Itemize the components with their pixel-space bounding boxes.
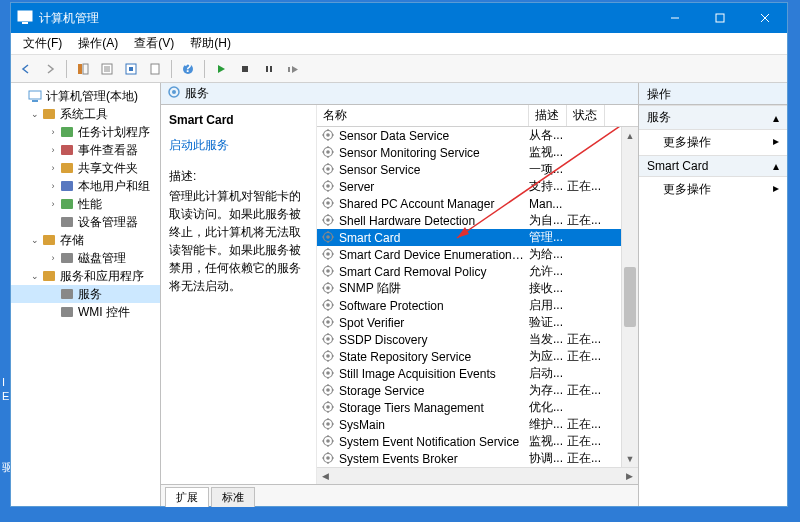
svg-rect-20 (29, 91, 41, 99)
service-row[interactable]: System Events Broker协调...正在... (317, 450, 638, 467)
menu-file[interactable]: 文件(F) (15, 33, 70, 54)
column-name[interactable]: 名称 (317, 105, 529, 126)
service-name: Sensor Service (339, 163, 529, 177)
service-row[interactable]: Storage Service为存...正在... (317, 382, 638, 399)
tree-item[interactable]: ›共享文件夹 (11, 159, 160, 177)
tree-item[interactable]: ›任务计划程序 (11, 123, 160, 141)
svg-point-35 (172, 90, 176, 94)
actions-section-services[interactable]: 服务 ▴ (639, 105, 787, 130)
gear-icon (321, 281, 337, 297)
service-row[interactable]: SysMain维护...正在... (317, 416, 638, 433)
gear-icon (321, 247, 337, 263)
tree-group[interactable]: ⌄服务和应用程序 (11, 267, 160, 285)
start-service-button[interactable] (210, 58, 232, 80)
actions-more-services[interactable]: 更多操作 ▸ (639, 130, 787, 155)
tree-item[interactable]: ›事件查看器 (11, 141, 160, 159)
menu-action[interactable]: 操作(A) (70, 33, 126, 54)
help-button[interactable]: ? (177, 58, 199, 80)
svg-point-133 (326, 405, 330, 409)
service-row[interactable]: Software Protection启用... (317, 297, 638, 314)
column-status[interactable]: 状态 (567, 105, 605, 126)
show-hide-tree-button[interactable] (72, 58, 94, 80)
service-row[interactable]: Shared PC Account ManagerMan... (317, 195, 638, 212)
description-label: 描述: (169, 168, 308, 185)
scroll-thumb[interactable] (624, 267, 636, 327)
service-row[interactable]: Sensor Monitoring Service监视... (317, 144, 638, 161)
service-name: State Repository Service (339, 350, 529, 364)
refresh-button[interactable] (120, 58, 142, 80)
svg-rect-22 (43, 109, 55, 119)
chevron-down-icon[interactable]: ⌄ (29, 108, 41, 120)
start-service-link[interactable]: 启动此服务 (169, 137, 308, 154)
actions-section-smartcard[interactable]: Smart Card ▴ (639, 155, 787, 177)
service-row[interactable]: Smart Card Removal Policy允许... (317, 263, 638, 280)
service-row[interactable]: State Repository Service为应...正在... (317, 348, 638, 365)
stop-service-button[interactable] (234, 58, 256, 80)
tree-root[interactable]: 计算机管理(本地) (11, 87, 160, 105)
gear-icon (321, 179, 337, 195)
item-icon (59, 304, 75, 320)
actions-more-smartcard[interactable]: 更多操作 ▸ (639, 177, 787, 202)
gear-icon (321, 128, 337, 144)
tree-item[interactable]: ›性能 (11, 195, 160, 213)
tree-item[interactable]: 服务 (11, 285, 160, 303)
menu-view[interactable]: 查看(V) (126, 33, 182, 54)
service-row[interactable]: SSDP Discovery当发...正在... (317, 331, 638, 348)
service-row[interactable]: Shell Hardware Detection为自...正在... (317, 212, 638, 229)
service-name: Storage Service (339, 384, 529, 398)
tree-item[interactable]: 设备管理器 (11, 213, 160, 231)
export-button[interactable] (144, 58, 166, 80)
gear-icon (321, 434, 337, 450)
tree-group[interactable]: ⌄系统工具 (11, 105, 160, 123)
maximize-button[interactable] (697, 3, 742, 33)
svg-rect-24 (61, 145, 73, 155)
tree-item[interactable]: WMI 控件 (11, 303, 160, 321)
tab-standard[interactable]: 标准 (211, 487, 255, 507)
tree-item[interactable]: ›磁盘管理 (11, 249, 160, 267)
vertical-scrollbar[interactable]: ▲ ▼ (621, 127, 638, 467)
menu-help[interactable]: 帮助(H) (182, 33, 239, 54)
svg-rect-30 (61, 253, 73, 263)
svg-rect-19 (288, 67, 290, 72)
service-row[interactable]: Storage Tiers Management优化... (317, 399, 638, 416)
service-row[interactable]: Sensor Data Service从各... (317, 127, 638, 144)
service-row[interactable]: Sensor Service一项... (317, 161, 638, 178)
chevron-right-icon[interactable]: › (47, 162, 59, 174)
chevron-right-icon[interactable]: › (47, 252, 59, 264)
service-row[interactable]: Spot Verifier验证... (317, 314, 638, 331)
properties-button[interactable] (96, 58, 118, 80)
scroll-left-button[interactable]: ◀ (317, 471, 334, 481)
horizontal-scrollbar[interactable]: ◀ ▶ (317, 467, 638, 484)
service-row[interactable]: Server支持...正在... (317, 178, 638, 195)
chevron-right-icon[interactable]: › (47, 180, 59, 192)
item-icon (59, 250, 75, 266)
column-description[interactable]: 描述 (529, 105, 567, 126)
service-row[interactable]: System Event Notification Service监视...正在… (317, 433, 638, 450)
chevron-down-icon[interactable]: ⌄ (29, 234, 41, 246)
tab-extended[interactable]: 扩展 (165, 487, 209, 507)
chevron-right-icon[interactable]: › (47, 144, 59, 156)
scroll-right-button[interactable]: ▶ (621, 471, 638, 481)
titlebar[interactable]: 计算机管理 (11, 3, 787, 33)
chevron-right-icon[interactable]: › (47, 126, 59, 138)
service-row[interactable]: Smart Card管理... (317, 229, 638, 246)
scroll-up-button[interactable]: ▲ (622, 127, 638, 144)
tree-item[interactable]: ›本地用户和组 (11, 177, 160, 195)
service-row[interactable]: SNMP 陷阱接收... (317, 280, 638, 297)
services-header: 服务 (161, 83, 638, 105)
close-button[interactable] (742, 3, 787, 33)
scroll-down-button[interactable]: ▼ (622, 450, 638, 467)
svg-rect-18 (270, 66, 272, 72)
service-row[interactable]: Still Image Acquisition Events启动... (317, 365, 638, 382)
tree-group[interactable]: ⌄存储 (11, 231, 160, 249)
chevron-right-icon[interactable]: › (47, 198, 59, 210)
forward-button[interactable] (39, 58, 61, 80)
chevron-down-icon[interactable]: ⌄ (29, 270, 41, 282)
service-row[interactable]: Smart Card Device Enumeration Service为给.… (317, 246, 638, 263)
folder-icon (41, 268, 57, 284)
minimize-button[interactable] (652, 3, 697, 33)
svg-point-115 (326, 354, 330, 358)
restart-service-button[interactable] (282, 58, 304, 80)
back-button[interactable] (15, 58, 37, 80)
pause-service-button[interactable] (258, 58, 280, 80)
